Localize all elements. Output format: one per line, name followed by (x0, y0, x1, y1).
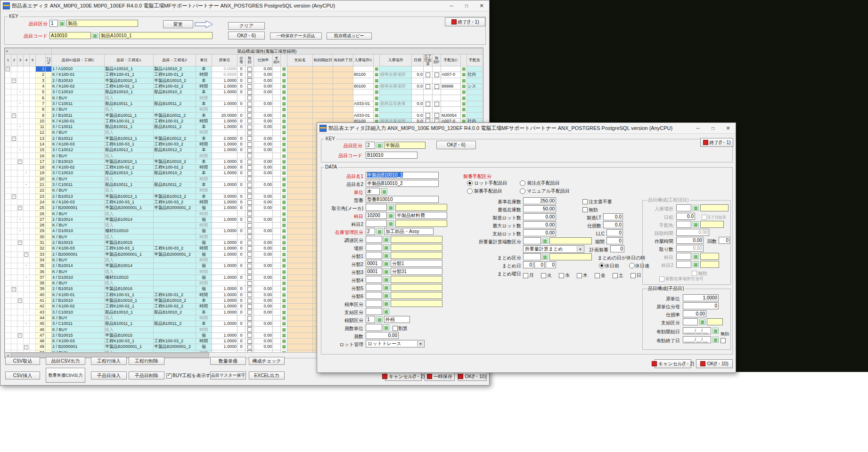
cell-ic2[interactable]: ▦ (374, 78, 380, 83)
register-flag-cell[interactable] (46, 130, 52, 136)
cell-ic2[interactable]: ▦ (374, 66, 380, 72)
c-supply-input[interactable] (683, 318, 698, 325)
item-class-lookup-icon[interactable]: ▦ (59, 20, 65, 26)
lookup-icon[interactable]: ▦ (282, 66, 286, 71)
matome-day-input-3[interactable] (546, 261, 556, 268)
cell-ic1[interactable]: ▦ (281, 228, 287, 234)
cell-name2[interactable]: 半製品B2000001_2 (154, 205, 196, 211)
cell-unit[interactable]: 時間 (196, 223, 212, 228)
lookup-icon[interactable]: ▦ (282, 142, 286, 146)
cell-ic2[interactable]: ▦ (374, 89, 380, 95)
close-button[interactable]: ✕ (474, 1, 489, 11)
tree-cell[interactable]: ・ (24, 309, 30, 315)
completion-base-checkbox[interactable] (426, 113, 430, 118)
mfg-lt-input[interactable] (603, 213, 623, 220)
cell-name1[interactable]: 半製品B10016 (105, 286, 154, 292)
cell-gu[interactable] (212, 315, 237, 321)
cell-tc[interactable] (441, 95, 461, 101)
cell-inv[interactable] (246, 321, 254, 327)
register-flag-cell[interactable] (46, 141, 52, 147)
tree-expand-icon[interactable]: − (18, 160, 22, 164)
proc-row-delete-button[interactable]: 工程行削除 (129, 357, 164, 365)
c-denominator-input[interactable] (683, 302, 719, 309)
cell-inv[interactable] (246, 188, 254, 194)
cell-sr[interactable]: 0.00 (254, 274, 273, 280)
row-number[interactable]: 5 (36, 89, 46, 95)
cell-d2[interactable] (333, 107, 353, 113)
register-flag-cell[interactable] (46, 338, 52, 344)
cell-sk[interactable] (273, 194, 281, 199)
row-number[interactable]: 40 (36, 292, 46, 298)
cell-name1[interactable]: 部品B10011_1 (105, 321, 154, 327)
cell-sr[interactable] (254, 257, 273, 263)
cell-sr[interactable]: 0.00 (254, 338, 273, 344)
register-flag-cell[interactable] (46, 327, 52, 332)
cell-ic1[interactable]: ▦ (281, 159, 287, 164)
cell-inv[interactable] (246, 269, 254, 274)
cell-ni[interactable] (412, 107, 424, 113)
base-stock-input[interactable] (523, 197, 556, 204)
cell-unit[interactable]: 時間 (196, 165, 212, 170)
cell-ic3[interactable]: ▦ (461, 72, 467, 78)
cell-gu[interactable]: 1.0000 (212, 251, 237, 257)
cell-inv[interactable] (246, 66, 254, 72)
cell-name1[interactable]: 購入 (105, 269, 154, 274)
cell-ic1[interactable]: ▦ (281, 130, 287, 136)
cell-code[interactable]: 3 / C10011 (52, 124, 105, 129)
cell-d1[interactable] (313, 113, 333, 118)
cell-tn[interactable] (467, 107, 483, 113)
cell-unit[interactable]: 個 (196, 217, 212, 222)
order-class-radio[interactable] (467, 188, 473, 194)
cell-ic1[interactable]: ▦ (281, 124, 287, 129)
cell-d2[interactable] (333, 78, 353, 83)
cell-sname[interactable] (287, 176, 313, 182)
invalid-checkbox[interactable] (247, 73, 252, 77)
cat3-lookup-icon[interactable]: ▦ (383, 268, 389, 274)
cell-tn[interactable] (467, 95, 483, 101)
cell-mf[interactable] (433, 66, 441, 72)
cell-inv[interactable] (246, 228, 254, 234)
period-input[interactable] (606, 237, 623, 244)
lookup-icon[interactable]: ▦ (282, 263, 286, 268)
cell-sk[interactable] (273, 136, 281, 141)
cell-sname[interactable] (287, 182, 313, 187)
cell-sk[interactable] (273, 78, 281, 83)
lookup-icon[interactable]: ▦ (375, 101, 379, 106)
cell-name1[interactable]: 部品B10011_1 (105, 124, 154, 129)
cell-ka[interactable] (424, 95, 433, 101)
stock-mgmt-input[interactable] (366, 228, 375, 235)
cell-unit[interactable]: 本 (196, 78, 212, 83)
cell-ic1[interactable]: ▦ (281, 211, 287, 217)
level-header[interactable]: 2 (11, 55, 17, 66)
register-flag-cell[interactable] (46, 228, 52, 234)
cell-ic1[interactable]: ▦ (281, 205, 287, 211)
cell-ic1[interactable]: ▦ (281, 147, 287, 153)
cell-name2[interactable]: 製品A10010_2 (154, 66, 196, 72)
cell-sr[interactable]: 0.00 (254, 304, 273, 309)
cell-name2[interactable] (154, 130, 196, 136)
c-valid-to-calendar-icon[interactable]: ▦ (712, 337, 719, 343)
invalid-checkbox[interactable] (247, 142, 252, 147)
tree-cell[interactable]: ・ (17, 147, 24, 153)
cell-sr[interactable] (254, 280, 273, 286)
cell-inv[interactable] (246, 298, 254, 303)
cell-unit[interactable]: 時間 (196, 199, 212, 205)
register-flag-cell[interactable] (46, 251, 52, 257)
cell-d1[interactable] (313, 101, 333, 106)
cell-sr[interactable]: 0.00 (254, 159, 273, 164)
lookup-icon[interactable]: ▦ (282, 275, 286, 280)
level-header[interactable]: 1 (5, 55, 11, 66)
cell-gu[interactable]: 1.0000 (212, 83, 237, 89)
lookup-icon[interactable]: ▦ (282, 96, 286, 100)
cell-name1[interactable]: 購入 (105, 188, 154, 194)
cell-ic1[interactable]: ▦ (281, 240, 287, 245)
cell-ic1[interactable]: ▦ (281, 321, 287, 327)
cell-sname[interactable] (287, 246, 313, 251)
cat5-lookup-icon[interactable]: ▦ (383, 284, 389, 291)
d-ok-f6-button[interactable]: OK(f・6) (436, 141, 476, 149)
cell-bn[interactable]: 0 (237, 113, 246, 118)
cell-ic1[interactable]: ▦ (281, 118, 287, 124)
cell-unit[interactable]: 本 (196, 182, 212, 187)
cell-name2[interactable]: 部品B10011_2 (154, 101, 196, 106)
lookup-icon[interactable]: ▦ (375, 66, 379, 71)
